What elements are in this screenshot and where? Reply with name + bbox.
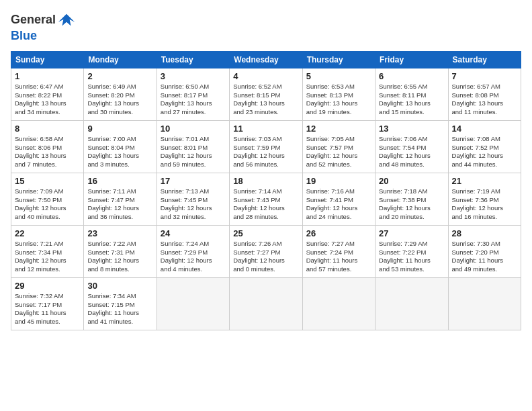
- calendar-cell: 7Sunrise: 6:57 AM Sunset: 8:08 PM Daylig…: [448, 68, 521, 120]
- header: General Blue: [11, 11, 521, 43]
- calendar-cell: 27Sunrise: 7:29 AM Sunset: 7:22 PM Dayli…: [375, 225, 448, 277]
- day-number: 21: [452, 176, 517, 186]
- day-number: 20: [379, 176, 444, 186]
- logo-blue: Blue: [11, 29, 37, 42]
- day-info: Sunrise: 7:32 AM Sunset: 7:17 PM Dayligh…: [15, 292, 80, 326]
- calendar-cell: 16Sunrise: 7:11 AM Sunset: 7:47 PM Dayli…: [84, 173, 157, 225]
- week-row-4: 22Sunrise: 7:21 AM Sunset: 7:34 PM Dayli…: [11, 225, 521, 277]
- day-number: 29: [15, 281, 80, 291]
- calendar-cell: 22Sunrise: 7:21 AM Sunset: 7:34 PM Dayli…: [11, 225, 84, 277]
- day-number: 13: [379, 124, 444, 134]
- weekday-tuesday: Tuesday: [157, 51, 229, 68]
- day-number: 27: [379, 228, 444, 238]
- day-info: Sunrise: 6:47 AM Sunset: 8:22 PM Dayligh…: [15, 83, 80, 117]
- day-number: 26: [306, 228, 371, 238]
- calendar-cell: 29Sunrise: 7:32 AM Sunset: 7:17 PM Dayli…: [11, 277, 84, 330]
- calendar-cell: [375, 277, 448, 330]
- day-info: Sunrise: 6:55 AM Sunset: 8:11 PM Dayligh…: [379, 83, 444, 117]
- calendar-cell: 8Sunrise: 6:58 AM Sunset: 8:06 PM Daylig…: [11, 120, 84, 173]
- day-info: Sunrise: 7:05 AM Sunset: 7:57 PM Dayligh…: [306, 135, 371, 169]
- calendar-cell: 10Sunrise: 7:01 AM Sunset: 8:01 PM Dayli…: [157, 120, 229, 173]
- calendar-cell: 19Sunrise: 7:16 AM Sunset: 7:41 PM Dayli…: [302, 173, 375, 225]
- day-number: 5: [306, 71, 371, 81]
- day-number: 23: [87, 228, 152, 238]
- calendar-cell: 5Sunrise: 6:53 AM Sunset: 8:13 PM Daylig…: [302, 68, 375, 120]
- calendar-cell: 15Sunrise: 7:09 AM Sunset: 7:50 PM Dayli…: [11, 173, 84, 225]
- day-number: 19: [306, 176, 371, 186]
- day-number: 12: [306, 124, 371, 134]
- week-row-2: 8Sunrise: 6:58 AM Sunset: 8:06 PM Daylig…: [11, 120, 521, 173]
- logo: General Blue: [11, 11, 76, 43]
- calendar-cell: 28Sunrise: 7:30 AM Sunset: 7:20 PM Dayli…: [448, 225, 521, 277]
- day-number: 3: [161, 71, 226, 81]
- calendar-cell: 23Sunrise: 7:22 AM Sunset: 7:31 PM Dayli…: [84, 225, 157, 277]
- day-info: Sunrise: 7:26 AM Sunset: 7:27 PM Dayligh…: [233, 240, 298, 274]
- day-number: 14: [452, 124, 517, 134]
- day-info: Sunrise: 7:13 AM Sunset: 7:45 PM Dayligh…: [161, 187, 226, 222]
- calendar-cell: 21Sunrise: 7:19 AM Sunset: 7:36 PM Dayli…: [448, 173, 521, 225]
- day-info: Sunrise: 6:50 AM Sunset: 8:17 PM Dayligh…: [161, 83, 226, 117]
- day-info: Sunrise: 7:11 AM Sunset: 7:47 PM Dayligh…: [87, 187, 152, 222]
- calendar-table: SundayMondayTuesdayWednesdayThursdayFrid…: [11, 51, 521, 330]
- calendar-cell: 12Sunrise: 7:05 AM Sunset: 7:57 PM Dayli…: [302, 120, 375, 173]
- day-number: 17: [161, 176, 226, 186]
- weekday-saturday: Saturday: [448, 51, 521, 68]
- day-number: 22: [15, 228, 80, 238]
- calendar-cell: 1Sunrise: 6:47 AM Sunset: 8:22 PM Daylig…: [11, 68, 84, 120]
- day-info: Sunrise: 6:49 AM Sunset: 8:20 PM Dayligh…: [87, 83, 152, 117]
- calendar-cell: [157, 277, 229, 330]
- logo-general: General: [11, 13, 56, 26]
- weekday-wednesday: Wednesday: [230, 51, 302, 68]
- weekday-monday: Monday: [84, 51, 157, 68]
- day-info: Sunrise: 6:53 AM Sunset: 8:13 PM Dayligh…: [306, 83, 371, 117]
- calendar-cell: [230, 277, 302, 330]
- day-info: Sunrise: 7:18 AM Sunset: 7:38 PM Dayligh…: [379, 187, 444, 222]
- day-info: Sunrise: 7:34 AM Sunset: 7:15 PM Dayligh…: [87, 292, 152, 326]
- calendar-cell: 9Sunrise: 7:00 AM Sunset: 8:04 PM Daylig…: [84, 120, 157, 173]
- weekday-sunday: Sunday: [11, 51, 84, 68]
- day-number: 4: [233, 71, 298, 81]
- day-number: 16: [87, 176, 152, 186]
- calendar-cell: 4Sunrise: 6:52 AM Sunset: 8:15 PM Daylig…: [230, 68, 302, 120]
- calendar-cell: 20Sunrise: 7:18 AM Sunset: 7:38 PM Dayli…: [375, 173, 448, 225]
- svg-marker-0: [58, 14, 75, 26]
- day-info: Sunrise: 7:29 AM Sunset: 7:22 PM Dayligh…: [379, 240, 444, 274]
- calendar-cell: 17Sunrise: 7:13 AM Sunset: 7:45 PM Dayli…: [157, 173, 229, 225]
- day-info: Sunrise: 7:16 AM Sunset: 7:41 PM Dayligh…: [306, 187, 371, 222]
- day-number: 25: [233, 228, 298, 238]
- weekday-thursday: Thursday: [302, 51, 375, 68]
- day-info: Sunrise: 7:08 AM Sunset: 7:52 PM Dayligh…: [452, 135, 517, 169]
- day-number: 10: [161, 124, 226, 134]
- day-number: 6: [379, 71, 444, 81]
- calendar-cell: 24Sunrise: 7:24 AM Sunset: 7:29 PM Dayli…: [157, 225, 229, 277]
- week-row-3: 15Sunrise: 7:09 AM Sunset: 7:50 PM Dayli…: [11, 173, 521, 225]
- day-number: 28: [452, 228, 517, 238]
- calendar-cell: 14Sunrise: 7:08 AM Sunset: 7:52 PM Dayli…: [448, 120, 521, 173]
- calendar-cell: 25Sunrise: 7:26 AM Sunset: 7:27 PM Dayli…: [230, 225, 302, 277]
- week-row-5: 29Sunrise: 7:32 AM Sunset: 7:17 PM Dayli…: [11, 277, 521, 330]
- day-info: Sunrise: 7:22 AM Sunset: 7:31 PM Dayligh…: [87, 240, 152, 274]
- day-info: Sunrise: 7:19 AM Sunset: 7:36 PM Dayligh…: [452, 187, 517, 222]
- day-info: Sunrise: 7:24 AM Sunset: 7:29 PM Dayligh…: [161, 240, 226, 274]
- logo-bird-icon: [57, 11, 76, 30]
- weekday-friday: Friday: [375, 51, 448, 68]
- day-number: 2: [87, 71, 152, 81]
- week-row-1: 1Sunrise: 6:47 AM Sunset: 8:22 PM Daylig…: [11, 68, 521, 120]
- day-number: 8: [15, 124, 80, 134]
- day-info: Sunrise: 7:03 AM Sunset: 7:59 PM Dayligh…: [233, 135, 298, 169]
- day-info: Sunrise: 7:30 AM Sunset: 7:20 PM Dayligh…: [452, 240, 517, 274]
- day-info: Sunrise: 7:27 AM Sunset: 7:24 PM Dayligh…: [306, 240, 371, 274]
- calendar-cell: 13Sunrise: 7:06 AM Sunset: 7:54 PM Dayli…: [375, 120, 448, 173]
- day-info: Sunrise: 6:58 AM Sunset: 8:06 PM Dayligh…: [15, 135, 80, 169]
- day-info: Sunrise: 6:52 AM Sunset: 8:15 PM Dayligh…: [233, 83, 298, 117]
- day-info: Sunrise: 7:06 AM Sunset: 7:54 PM Dayligh…: [379, 135, 444, 169]
- day-info: Sunrise: 7:01 AM Sunset: 8:01 PM Dayligh…: [161, 135, 226, 169]
- day-number: 24: [161, 228, 226, 238]
- weekday-header-row: SundayMondayTuesdayWednesdayThursdayFrid…: [11, 51, 521, 68]
- day-number: 15: [15, 176, 80, 186]
- day-info: Sunrise: 7:00 AM Sunset: 8:04 PM Dayligh…: [87, 135, 152, 169]
- calendar-cell: 18Sunrise: 7:14 AM Sunset: 7:43 PM Dayli…: [230, 173, 302, 225]
- calendar-container: General Blue SundayMondayTuesdayWednesda…: [0, 0, 532, 336]
- day-info: Sunrise: 6:57 AM Sunset: 8:08 PM Dayligh…: [452, 83, 517, 117]
- calendar-cell: 26Sunrise: 7:27 AM Sunset: 7:24 PM Dayli…: [302, 225, 375, 277]
